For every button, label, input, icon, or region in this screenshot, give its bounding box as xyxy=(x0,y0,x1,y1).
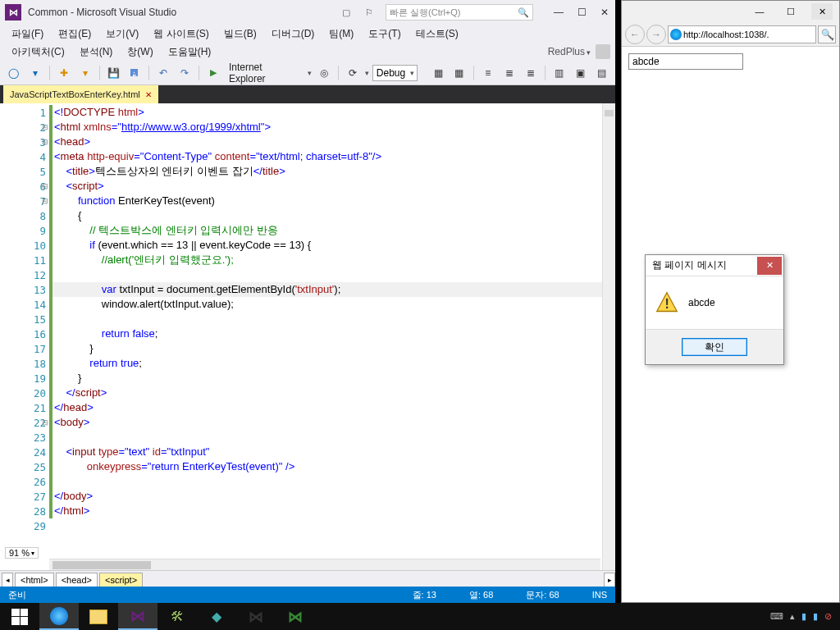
menu-analyze[interactable]: 분석(N) xyxy=(73,43,120,61)
status-line: 줄: 13 xyxy=(413,589,436,601)
config-combo[interactable]: Debug xyxy=(372,65,418,81)
document-tab[interactable]: JavaScriptTextBoxEnterKey.html ✕ xyxy=(3,85,158,103)
keyboard-icon[interactable]: ⌨ xyxy=(770,611,783,622)
text-input[interactable] xyxy=(628,53,743,70)
tray-up-icon[interactable]: ▴ xyxy=(790,611,795,622)
vs-menubar: 파일(F) 편집(E) 보기(V) 웹 사이트(S) 빌드(B) 디버그(D) … xyxy=(0,25,615,43)
undo-button[interactable]: ↶ xyxy=(154,64,172,82)
browser-maximize-button[interactable]: ☐ xyxy=(780,3,801,20)
alert-ok-button[interactable]: 확인 xyxy=(682,338,747,356)
flag-icon[interactable]: ⚐ xyxy=(363,6,376,19)
open-button[interactable]: ▾ xyxy=(76,64,94,82)
taskbar: ⋈ 🛠 ◆ ⋈ ⋈ ⌨ ▴ ▮ ▮ ⊘ xyxy=(0,603,840,630)
alert-titlebar: 웹 페이지 메시지 ✕ xyxy=(646,255,783,276)
menu-view[interactable]: 보기(V) xyxy=(99,25,145,43)
start-debug-button[interactable]: ▶ xyxy=(204,64,222,82)
account-avatar-icon[interactable] xyxy=(596,44,610,59)
nav-prev-button[interactable]: ◂ xyxy=(2,573,13,587)
tb-icon-1[interactable]: ▦ xyxy=(429,64,447,82)
status-char: 문자: 68 xyxy=(526,589,559,601)
tb-icon-2[interactable]: ▦ xyxy=(450,64,468,82)
menu-test[interactable]: 테스트(S) xyxy=(409,25,465,43)
taskbar-explorer[interactable] xyxy=(79,603,118,630)
nav-fwd-button[interactable]: ▾ xyxy=(26,64,44,82)
app3-icon: ⋈ xyxy=(249,608,263,626)
browser-viewport xyxy=(622,47,839,76)
save-all-button[interactable]: 🖪 xyxy=(126,64,144,82)
app1-icon: 🛠 xyxy=(171,609,184,624)
menu-debug[interactable]: 디버그(D) xyxy=(265,25,322,43)
ie-logo-icon xyxy=(670,29,682,40)
nav-chip-html[interactable]: <html> xyxy=(15,573,54,587)
nav-chip-head[interactable]: <head> xyxy=(56,573,98,587)
alert-close-button[interactable]: ✕ xyxy=(757,257,782,275)
vs-icon: ⋈ xyxy=(130,607,145,625)
browser-close-button[interactable]: ✕ xyxy=(811,3,833,20)
quick-launch-placeholder: 빠른 실행(Ctrl+Q) xyxy=(390,7,460,19)
new-project-button[interactable]: ✚ xyxy=(55,64,73,82)
nav-chip-script[interactable]: <script> xyxy=(99,573,143,587)
system-tray[interactable]: ⌨ ▴ ▮ ▮ ⊘ xyxy=(770,611,840,622)
code-editor[interactable]: 12⊟3⊟456⊟7⊟8910111213141516171819202122⊟… xyxy=(0,103,615,603)
tab-label: JavaScriptTextBoxEnterKey.html xyxy=(10,89,140,99)
browser-minimize-button[interactable]: — xyxy=(749,3,770,20)
menu-edit[interactable]: 편집(E) xyxy=(52,25,98,43)
menu-build[interactable]: 빌드(B) xyxy=(217,25,263,43)
config-label: Debug xyxy=(377,67,405,79)
tray-action-icon[interactable]: ⊘ xyxy=(824,611,832,622)
visual-studio-window: ⋈ Common - Microsoft Visual Studio ▢ ⚐ 빠… xyxy=(0,0,615,603)
status-ready: 준비 xyxy=(8,589,26,601)
close-button[interactable]: ✕ xyxy=(599,7,610,18)
browser-titlebar: — ☐ ✕ xyxy=(622,1,839,22)
vs-logo-icon: ⋈ xyxy=(5,4,21,21)
address-bar[interactable]: http://localhost:1038/. xyxy=(668,25,816,43)
start-button[interactable] xyxy=(0,603,39,630)
nav-next-button[interactable]: ▸ xyxy=(604,573,615,587)
minimize-button[interactable]: — xyxy=(553,7,564,18)
browser-target-button[interactable]: ◎ xyxy=(315,64,333,82)
account-dropdown[interactable]: RedPlus xyxy=(548,46,591,57)
browser-selector[interactable]: Internet Explorer xyxy=(226,62,304,84)
taskbar-app3[interactable]: ⋈ xyxy=(236,603,276,630)
tb-icon-5[interactable]: ≣ xyxy=(522,64,540,82)
menu-team[interactable]: 팀(M) xyxy=(322,25,360,43)
html-navigator: ◂ <html> <head> <script> ▸ xyxy=(0,570,615,588)
tb-icon-6[interactable]: ▥ xyxy=(550,64,568,82)
menu-window[interactable]: 창(W) xyxy=(121,43,159,61)
tray-sound-icon[interactable]: ▮ xyxy=(813,611,818,622)
tb-icon-8[interactable]: ▤ xyxy=(592,64,610,82)
tb-icon-7[interactable]: ▣ xyxy=(571,64,589,82)
browser-search-button[interactable]: 🔍 xyxy=(818,25,836,43)
tray-network-icon[interactable]: ▮ xyxy=(801,611,806,622)
taskbar-app4[interactable]: ⋈ xyxy=(276,603,315,630)
menu-tools[interactable]: 도구(T) xyxy=(362,25,407,43)
alert-title-text: 웹 페이지 메시지 xyxy=(652,258,727,272)
save-button[interactable]: 💾 xyxy=(105,64,123,82)
menu-architecture[interactable]: 아키텍처(C) xyxy=(5,43,71,61)
quick-launch-input[interactable]: 빠른 실행(Ctrl+Q)🔍 xyxy=(386,4,533,21)
menu-file[interactable]: 파일(F) xyxy=(5,25,50,43)
taskbar-app1[interactable]: 🛠 xyxy=(158,603,197,630)
taskbar-ie[interactable] xyxy=(39,603,79,630)
zoom-combo[interactable]: 91 % xyxy=(5,547,39,559)
redo-button[interactable]: ↷ xyxy=(176,64,194,82)
taskbar-app2[interactable]: ◆ xyxy=(197,603,236,630)
maximize-button[interactable]: ☐ xyxy=(576,7,587,18)
browser-nav: ← → http://localhost:1038/. 🔍 xyxy=(622,22,839,47)
browser-back-button[interactable]: ← xyxy=(625,25,645,44)
tab-close-icon[interactable]: ✕ xyxy=(145,90,152,99)
menu-help[interactable]: 도움말(H) xyxy=(162,43,218,61)
warning-icon: ! xyxy=(655,291,678,314)
browser-forward-button[interactable]: → xyxy=(646,25,666,44)
tb-icon-3[interactable]: ≡ xyxy=(479,64,497,82)
notifications-icon[interactable]: ▢ xyxy=(340,6,353,19)
code-area[interactable]: <!DOCTYPE html><html xmlns="http://www.w… xyxy=(52,103,602,603)
vs-document-tabs: JavaScriptTextBoxEnterKey.html ✕ xyxy=(0,85,615,103)
folder-icon xyxy=(89,609,107,624)
vertical-scrollbar[interactable] xyxy=(602,103,615,603)
tb-icon-4[interactable]: ≣ xyxy=(500,64,518,82)
menu-website[interactable]: 웹 사이트(S) xyxy=(147,25,215,43)
refresh-button[interactable]: ⟳ xyxy=(344,64,362,82)
nav-back-button[interactable]: ◯ xyxy=(5,64,23,82)
taskbar-vs[interactable]: ⋈ xyxy=(118,603,158,630)
